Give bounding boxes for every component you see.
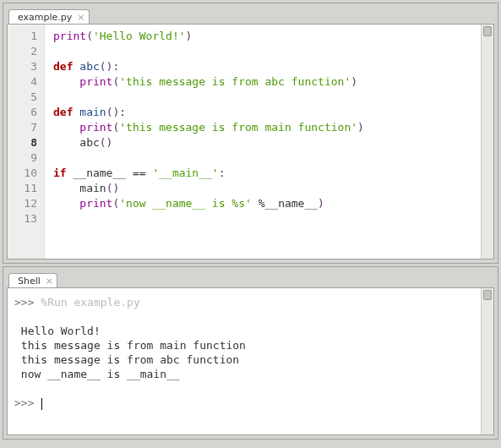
shell-line [14,309,476,324]
shell-line: now __name__ is __main__ [14,367,476,381]
code-editor[interactable]: print('Hello World!')def abc(): print('t… [45,25,481,259]
code-line[interactable] [53,90,476,105]
line-number: 5 [8,90,37,105]
code-line[interactable]: main() [53,181,476,196]
code-line[interactable]: def abc(): [53,59,476,74]
editor-tab[interactable]: example.py × [8,9,90,25]
code-line[interactable]: abc() [53,135,476,150]
code-line[interactable]: def main(): [53,105,476,120]
shell-tab[interactable]: Shell × [8,273,57,288]
line-number: 7 [8,120,37,135]
code-line[interactable]: print('this message is from abc function… [53,74,476,90]
scroll-thumb[interactable] [483,26,492,36]
code-line[interactable] [53,44,476,59]
shell-line: >>> [14,396,476,410]
line-number: 2 [8,44,37,59]
line-number: 8 [8,135,37,150]
line-number: 11 [8,181,37,196]
shell-tab-row: Shell × [3,267,498,287]
line-number: 6 [8,105,37,120]
shell-line [14,381,476,396]
shell-line: this message is from main function [14,338,476,352]
editor-panel: example.py × 12345678910111213 print('He… [3,3,498,264]
line-number: 13 [8,211,37,227]
shell-output[interactable]: >>> %Run example.py Hello World! this me… [8,288,481,434]
editor-content: 12345678910111213 print('Hello World!')d… [7,24,494,260]
line-number: 10 [8,166,37,181]
line-number: 9 [8,150,37,166]
shell-line: >>> %Run example.py [14,295,476,309]
scroll-thumb[interactable] [483,290,492,300]
editor-tab-row: example.py × [3,3,498,24]
shell-panel: Shell × >>> %Run example.py Hello World!… [3,266,498,440]
shell-content-area: >>> %Run example.py Hello World! this me… [7,287,494,435]
line-number: 1 [8,29,37,44]
line-number: 3 [8,59,37,74]
code-line[interactable]: print('this message is from main functio… [53,120,476,135]
shell-line: this message is from abc function [14,352,476,367]
line-number: 4 [8,74,37,90]
code-line[interactable]: if __name__ == '__main__': [53,166,476,181]
shell-line: Hello World! [14,324,476,338]
line-number: 12 [8,196,37,211]
close-icon[interactable]: × [46,276,53,287]
close-icon[interactable]: × [77,12,84,23]
shell-scrollbar[interactable] [481,288,493,434]
code-line[interactable]: print('Hello World!') [53,29,476,44]
editor-tab-label: example.py [18,12,72,23]
shell-tab-label: Shell [18,276,41,287]
editor-scrollbar[interactable] [481,25,493,259]
code-line[interactable] [53,211,476,227]
line-number-gutter: 12345678910111213 [8,25,45,259]
code-line[interactable]: print('now __name__ is %s' %__name__) [53,196,476,211]
code-line[interactable] [53,150,476,166]
